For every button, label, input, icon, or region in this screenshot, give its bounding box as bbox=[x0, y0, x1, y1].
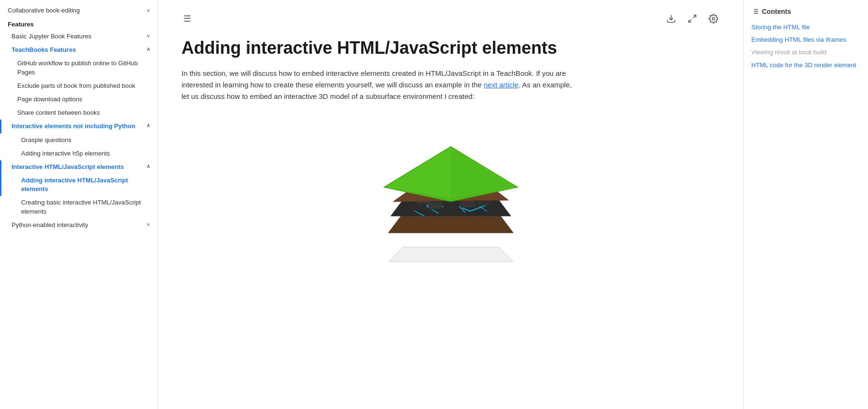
sidebar-item-label: Interactive HTML/JavaScript elements bbox=[12, 163, 124, 171]
svg-marker-22 bbox=[443, 201, 459, 209]
toc-item-viewing[interactable]: Viewing result at local build bbox=[751, 46, 860, 59]
sidebar-item-label: Adding interactive h5p elements bbox=[21, 149, 110, 158]
sidebar-item-h5p[interactable]: Adding interactive h5p elements bbox=[0, 147, 158, 160]
fullscreen-button[interactable] bbox=[686, 12, 699, 25]
sidebar-item-label: TeachBooks Features bbox=[12, 46, 76, 54]
sidebar-item-teachbooks-features[interactable]: TeachBooks Features ∧ bbox=[0, 43, 158, 57]
sidebar-item-label: Exclude parts of book from published boo… bbox=[17, 82, 135, 90]
sidebar-section-features: Features bbox=[0, 17, 158, 30]
svg-marker-5 bbox=[388, 214, 513, 233]
subsurface-model bbox=[181, 118, 720, 281]
toolbar: ☰ bbox=[181, 12, 720, 26]
sidebar-item-page-download[interactable]: Page download options bbox=[0, 93, 158, 106]
sidebar-item-label: Adding interactive HTML/JavaScript eleme… bbox=[21, 176, 150, 193]
sidebar-item-label: Share content between books bbox=[17, 108, 100, 117]
sidebar-item-adding-interactive-html[interactable]: Adding interactive HTML/JavaScript eleme… bbox=[0, 174, 158, 196]
fullscreen-icon bbox=[687, 14, 697, 24]
page-title: Adding interactive HTML/JavaScript eleme… bbox=[181, 37, 720, 58]
body-paragraph: In this section, we will discuss how to … bbox=[181, 68, 575, 102]
sidebar-item-label: Page download options bbox=[17, 95, 82, 104]
svg-line-2 bbox=[689, 20, 692, 23]
sidebar-collaborative-book-editing[interactable]: Collaborative book-editing ∨ bbox=[0, 4, 158, 17]
download-icon bbox=[666, 14, 676, 24]
settings-button[interactable] bbox=[707, 12, 720, 25]
sidebar-item-share-content[interactable]: Share content between books bbox=[0, 106, 158, 120]
main-content: ☰ bbox=[158, 0, 743, 409]
sidebar-item-interactive-html[interactable]: Interactive HTML/JavaScript elements ∧ bbox=[0, 160, 158, 174]
sidebar-item-creating-basic-interactive[interactable]: Creating basic interactive HTML/JavaScri… bbox=[0, 196, 158, 218]
chevron-icon: ∧ bbox=[146, 122, 150, 129]
sidebar-item-exclude-parts[interactable]: Exclude parts of book from published boo… bbox=[0, 79, 158, 93]
menu-icon: ☰ bbox=[183, 13, 191, 24]
sidebar-item-grasple[interactable]: Grasple questions bbox=[0, 133, 158, 147]
toc-item-html-code[interactable]: HTML code for the 3D render element bbox=[751, 59, 860, 72]
svg-marker-23 bbox=[459, 200, 476, 208]
toc-title-text: Contents bbox=[762, 8, 791, 15]
svg-line-1 bbox=[693, 15, 696, 18]
svg-marker-28 bbox=[451, 147, 513, 199]
sidebar-item-interactive-elements[interactable]: Interactive elements not including Pytho… bbox=[0, 120, 158, 133]
3d-model-svg bbox=[364, 118, 537, 281]
toc-item-storing[interactable]: Storing the HTML file bbox=[751, 21, 860, 34]
toolbar-icons bbox=[664, 12, 720, 25]
toc-panel: Contents Storing the HTML file Embedding… bbox=[743, 0, 868, 409]
toc-item-embedding[interactable]: Embedding HTML files via iframes bbox=[751, 34, 860, 46]
contents-icon bbox=[751, 8, 759, 15]
chevron-icon: ∨ bbox=[146, 32, 150, 39]
next-article-link[interactable]: next article bbox=[484, 81, 519, 89]
svg-marker-21 bbox=[428, 202, 443, 210]
sidebar-item-python-enabled[interactable]: Python-enabled interactivity ∨ bbox=[0, 218, 158, 232]
sidebar-item-label: GitHub workflow to publish online to Git… bbox=[17, 59, 150, 76]
sidebar-item-github-workflow[interactable]: GitHub workflow to publish online to Git… bbox=[0, 57, 158, 79]
sidebar: Collaborative book-editing ∨ Features Ba… bbox=[0, 0, 158, 409]
sidebar-item-label: Creating basic interactive HTML/JavaScri… bbox=[21, 198, 150, 216]
sidebar-item-label: Python-enabled interactivity bbox=[12, 221, 88, 229]
model-container bbox=[364, 118, 537, 281]
toolbar-left: ☰ bbox=[181, 12, 193, 26]
svg-marker-4 bbox=[388, 247, 513, 262]
settings-icon bbox=[709, 14, 718, 24]
chevron-icon: ∧ bbox=[146, 46, 150, 53]
sidebar-item-label: Basic Jupyter Book Features bbox=[12, 32, 91, 41]
page-body: In this section, we will discuss how to … bbox=[181, 68, 575, 102]
toc-title: Contents bbox=[751, 8, 860, 15]
chevron-icon: ∨ bbox=[146, 221, 150, 228]
sidebar-item-label: Interactive elements not including Pytho… bbox=[12, 122, 135, 131]
chevron-down-icon: ∨ bbox=[146, 7, 150, 13]
sidebar-item-label: Grasple questions bbox=[21, 136, 72, 144]
menu-button[interactable]: ☰ bbox=[181, 12, 193, 26]
chevron-icon: ∧ bbox=[146, 163, 150, 170]
download-button[interactable] bbox=[664, 12, 678, 25]
svg-point-3 bbox=[712, 18, 715, 20]
sidebar-item-basic-jupyter[interactable]: Basic Jupyter Book Features ∨ bbox=[0, 30, 158, 43]
sidebar-top-item-label: Collaborative book-editing bbox=[8, 7, 80, 14]
